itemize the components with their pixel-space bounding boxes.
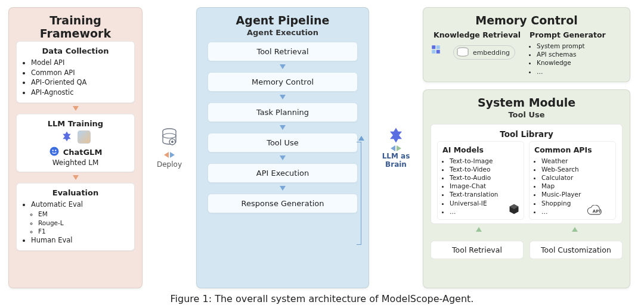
llm-training-card: LLM Training ChatGLM Weighted LM bbox=[16, 114, 135, 172]
arrow-down-icon bbox=[73, 106, 79, 111]
brain-label-2: Brain bbox=[385, 160, 407, 169]
arrow-down-icon bbox=[280, 155, 286, 160]
list-item: API-Agnostic bbox=[31, 88, 128, 98]
list-item: Automatic Eval EM Rouge-L F1 bbox=[31, 200, 128, 235]
weighted-lm-label: Weighted LM bbox=[23, 158, 128, 167]
svg-rect-13 bbox=[432, 50, 435, 54]
evaluation-list: Automatic Eval EM Rouge-L F1 Human Eval bbox=[23, 200, 128, 245]
arrow-up-icon bbox=[476, 227, 482, 232]
evaluation-card: Evaluation Automatic Eval EM Rouge-L F1 … bbox=[16, 183, 135, 251]
list-item: Knowledge bbox=[537, 58, 623, 67]
list-item: … bbox=[537, 67, 623, 76]
ai-models-title: AI Models bbox=[442, 145, 519, 154]
brain-label-1: LLM as bbox=[382, 152, 410, 160]
system-title: System Module bbox=[431, 96, 623, 109]
svg-point-0 bbox=[49, 147, 58, 155]
list-item: EM bbox=[38, 210, 128, 218]
knowledge-retrieval-title: Knowledge Retrieval bbox=[431, 30, 524, 39]
arrow-down-icon bbox=[280, 186, 286, 191]
tool-library-card: Tool Library AI Models Text-to-Image Tex… bbox=[431, 124, 623, 224]
ai-models-col: AI Models Text-to-Image Text-to-Video Te… bbox=[437, 141, 524, 220]
memory-control-panel: Memory Control Knowledge Retrieval embed… bbox=[423, 7, 630, 82]
feedback-loop-arrow bbox=[355, 136, 365, 252]
svg-rect-11 bbox=[432, 45, 435, 49]
list-item: Text-to-Image bbox=[450, 157, 519, 165]
system-module-panel: System Module Tool Use Tool Library AI M… bbox=[423, 89, 630, 288]
list-item: Image-Chat bbox=[450, 182, 519, 190]
chatglm-label: ChatGLM bbox=[63, 148, 103, 157]
modelscope-icon bbox=[61, 130, 73, 144]
list-item: Map bbox=[541, 182, 611, 190]
svg-point-2 bbox=[55, 150, 56, 151]
pipeline-step: API Execution bbox=[208, 163, 358, 183]
cloud-api-icon: API bbox=[586, 205, 613, 218]
training-title: Training Framework bbox=[16, 14, 135, 40]
embedding-label: embedding bbox=[473, 49, 510, 57]
agent-title: Agent Pipeline bbox=[204, 14, 361, 27]
list-item: Text-to-Audio bbox=[450, 173, 519, 182]
sample-image-icon bbox=[78, 130, 91, 144]
arrow-down-icon bbox=[280, 125, 286, 130]
figure-caption: Figure 1: The overall system architectur… bbox=[8, 288, 636, 304]
arrow-down-icon bbox=[280, 64, 286, 69]
common-apis-col: Common APIs Weather Web-Search Calculato… bbox=[529, 141, 616, 220]
deploy-label: Deploy bbox=[157, 160, 182, 169]
prompt-generator-list: System prompt API schemas Knowledge … bbox=[530, 42, 623, 76]
tool-retrieval-pill: Tool Retrieval bbox=[431, 241, 524, 259]
list-item: Text-translation bbox=[450, 190, 519, 198]
evaluation-title: Evaluation bbox=[23, 188, 128, 197]
list-item: API-Oriented QA bbox=[31, 77, 128, 88]
agent-subtitle: Agent Execution bbox=[204, 28, 361, 37]
list-item: System prompt bbox=[537, 42, 623, 50]
pipeline-step: Tool Retrieval bbox=[208, 42, 358, 61]
data-collection-list: Model API Common API API-Oriented QA API… bbox=[23, 58, 128, 98]
common-apis-title: Common APIs bbox=[534, 145, 611, 154]
pipeline-step: Task Planning bbox=[208, 102, 358, 122]
svg-rect-14 bbox=[436, 50, 440, 54]
llm-training-title: LLM Training bbox=[23, 119, 128, 128]
list-item: Web-Search bbox=[541, 165, 611, 173]
system-subtitle: Tool Use bbox=[431, 110, 623, 119]
list-item: Weather bbox=[541, 157, 611, 165]
data-collection-title: Data Collection bbox=[23, 46, 128, 55]
llm-brain-connector: LLM as Brain bbox=[375, 7, 417, 288]
memory-title: Memory Control bbox=[431, 14, 623, 27]
tool-customization-pill: Tool Customization bbox=[530, 241, 623, 259]
ai-models-list: Text-to-Image Text-to-Video Text-to-Audi… bbox=[442, 157, 519, 216]
arrow-left-icon bbox=[164, 152, 169, 158]
pipeline-step: Response Generation bbox=[208, 194, 358, 213]
list-item: Music-Player bbox=[541, 190, 611, 198]
arrow-down-icon bbox=[73, 175, 79, 180]
list-item: Rouge-L bbox=[38, 219, 128, 227]
arrow-up-icon bbox=[572, 227, 578, 232]
agent-pipeline-panel: Agent Pipeline Agent Execution Tool Retr… bbox=[196, 7, 369, 288]
pipeline-step: Memory Control bbox=[208, 72, 358, 92]
arrow-down-icon bbox=[280, 95, 286, 99]
pipeline-step: Tool Use bbox=[208, 133, 358, 153]
svg-point-6 bbox=[172, 141, 174, 142]
cube-icon bbox=[508, 203, 520, 217]
modelscope-icon bbox=[431, 44, 441, 57]
chatglm-icon bbox=[49, 146, 60, 158]
list-item: Model API bbox=[31, 58, 128, 68]
list-item: F1 bbox=[38, 227, 128, 235]
svg-rect-12 bbox=[436, 45, 440, 49]
list-item: Common API bbox=[31, 68, 128, 78]
embedding-cylinder-icon: embedding bbox=[453, 45, 515, 60]
prompt-generator-title: Prompt Generator bbox=[530, 30, 623, 39]
brain-icon bbox=[387, 126, 405, 144]
arrow-left-icon bbox=[391, 145, 395, 151]
arrow-right-icon bbox=[397, 145, 401, 151]
training-framework-panel: Training Framework Data Collection Model… bbox=[8, 7, 143, 288]
arrow-right-icon bbox=[170, 152, 175, 158]
database-gear-icon bbox=[160, 127, 178, 150]
deploy-connector: Deploy bbox=[148, 7, 190, 288]
list-item: API schemas bbox=[537, 50, 623, 58]
list-item: Text-to-Video bbox=[450, 165, 519, 173]
svg-point-1 bbox=[52, 150, 53, 151]
tool-library-title: Tool Library bbox=[437, 129, 616, 139]
list-item: Calculator bbox=[541, 173, 611, 182]
list-item: Human Eval bbox=[31, 235, 128, 245]
data-collection-card: Data Collection Model API Common API API… bbox=[16, 41, 135, 103]
